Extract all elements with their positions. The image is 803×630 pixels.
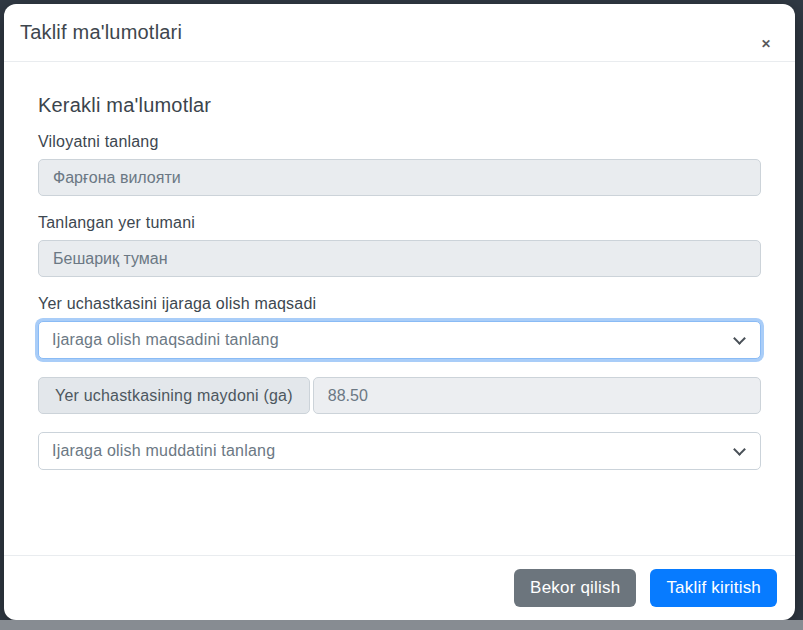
area-input [313, 377, 761, 414]
offer-details-modal: Taklif ma'lumotlari ✕ Kerakli ma'lumotla… [4, 4, 795, 620]
region-label: Viloyatni tanlang [38, 133, 761, 151]
duration-select-value: Ijaraga olish muddatini tanlang [52, 442, 275, 460]
district-label: Tanlangan yer tumani [38, 214, 761, 232]
region-field-group: Viloyatni tanlang [38, 133, 761, 196]
purpose-label: Yer uchastkasini ijaraga olish maqsadi [38, 295, 761, 313]
chevron-down-icon [733, 443, 746, 456]
backdrop-bottom-strip [0, 620, 803, 630]
duration-select[interactable]: Ijaraga olish muddatini tanlang [38, 432, 761, 470]
area-field-group: Yer uchastkasining maydoni (ga) [38, 377, 761, 414]
chevron-down-icon [733, 332, 746, 345]
district-field-group: Tanlangan yer tumani [38, 214, 761, 277]
modal-footer: Bekor qilish Taklif kiritish [4, 555, 795, 620]
purpose-select[interactable]: Ijaraga olish maqsadini tanlang [38, 321, 761, 359]
modal-body: Kerakli ma'lumotlar Viloyatni tanlang Ta… [4, 62, 795, 555]
section-heading: Kerakli ma'lumotlar [38, 94, 761, 117]
close-icon[interactable]: ✕ [761, 38, 771, 50]
region-input [38, 159, 761, 196]
area-label: Yer uchastkasining maydoni (ga) [38, 377, 310, 414]
district-input [38, 240, 761, 277]
purpose-field-group: Yer uchastkasini ijaraga olish maqsadi I… [38, 295, 761, 359]
submit-button[interactable]: Taklif kiritish [650, 569, 777, 607]
modal-title: Taklif ma'lumotlari [20, 21, 182, 44]
modal-header: Taklif ma'lumotlari ✕ [4, 4, 795, 62]
purpose-select-value: Ijaraga olish maqsadini tanlang [52, 331, 279, 349]
cancel-button[interactable]: Bekor qilish [514, 569, 636, 607]
duration-field-group: Ijaraga olish muddatini tanlang [38, 432, 761, 470]
